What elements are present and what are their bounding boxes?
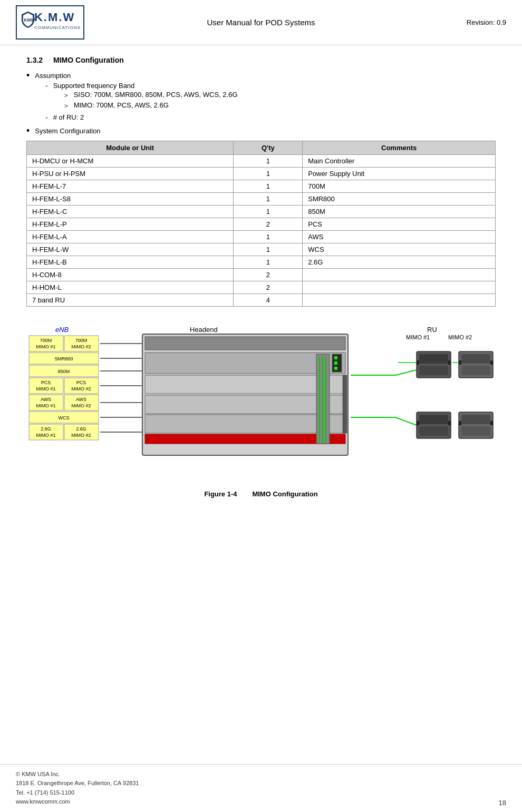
svg-text:2.6G: 2.6G [41,426,51,432]
table-cell-col2 [303,294,496,307]
svg-rect-72 [448,421,451,425]
arrow-1: ＞ [63,91,70,100]
mimo-diagram: eNB Headend RU MIMO #1 MIMO #2 700M MIMO… [26,317,496,486]
table-cell-col1: 1 [234,256,303,269]
svg-rect-76 [459,421,461,425]
assumption-text: Assumption - Supported frequency Band ＞ … [35,72,237,123]
indent-mimo: ＞ MIMO: 700M, PCS, AWS, 2.6G [63,101,238,111]
table-row: H-PSU or H-PSM1Power Supply Unit [27,168,496,180]
ru-label: RU [427,326,437,334]
svg-rect-61 [417,360,419,365]
svg-rect-64 [461,354,490,364]
svg-rect-66 [459,360,461,365]
indent-list: ＞ SISO: 700M, SMR800, 850M, PCS, AWS, WC… [63,91,238,111]
footer-left: © KMW USA Inc. 1818 E. Orangethrope Ave,… [16,770,139,807]
mimo1-top-label: MIMO #1 [406,334,430,340]
logo-area: KMW K.M.W COMMUNICATIONS [16,5,100,40]
logo-shield-icon: KMW [20,11,36,29]
table-cell-col0: H-FEM-L-P [27,218,234,231]
footer-website: www.kmwcomm.com [16,797,139,807]
col-comments: Comments [303,141,496,155]
table-cell-col2 [303,281,496,294]
svg-text:AWS: AWS [76,397,86,402]
table-cell-col1: 2 [234,269,303,281]
svg-rect-65 [461,366,490,375]
table-cell-col1: 1 [234,231,303,243]
table-cell-col1: 1 [234,243,303,256]
mimo-text: MIMO: 700M, PCS, AWS, 2.6G [74,101,169,109]
footer-company: © KMW USA Inc. [16,770,139,779]
table-cell-col0: H-FEM-L-B [27,256,234,269]
svg-rect-77 [490,421,493,425]
sub-item-freq-text: Supported frequency Band ＞ SISO: 700M, S… [53,82,238,112]
svg-rect-71 [417,421,419,425]
table-cell-col1: 4 [234,294,303,307]
footer-tel: Tel. +1 (714) 515-1100 [16,788,139,798]
table-cell-col1: 1 [234,155,303,168]
table-cell-col0: H-HOM-L [27,281,234,294]
figure-number: Figure 1-4 [204,490,237,498]
svg-rect-75 [461,426,490,436]
table-cell-col1: 1 [234,168,303,180]
col-qty: Q'ty [234,141,303,155]
table-cell-col2 [303,269,496,281]
svg-rect-59 [419,354,448,364]
headend-label: Headend [190,326,218,334]
table-cell-col0: H-FEM-L-C [27,206,234,218]
table-row: H-COM-82 [27,269,496,281]
svg-text:AWS: AWS [41,397,51,402]
svg-text:WCS: WCS [59,415,70,420]
assumption-bullet: • Assumption - Supported frequency Band … [26,72,496,123]
svg-text:MIMO #1: MIMO #1 [36,433,55,438]
table-cell-col1: 2 [234,281,303,294]
svg-line-57 [395,417,417,425]
figure-title: MIMO Configuration [252,490,317,498]
svg-rect-40 [145,353,345,374]
table-cell-col0: 7 band RU [27,294,234,307]
ru-text: # of RU: 2 [53,113,84,121]
svg-rect-69 [419,415,448,424]
svg-rect-60 [419,366,448,375]
svg-rect-46 [145,395,345,414]
svg-text:700M: 700M [40,338,52,343]
section-heading: MIMO Configuration [53,56,124,64]
svg-line-55 [395,370,417,375]
col-module: Module or Unit [27,141,234,155]
table-cell-col1: 2 [234,218,303,231]
table-cell-col1: 1 [234,180,303,193]
table-cell-col2: SMR800 [303,193,496,206]
table-cell-col0: H-COM-8 [27,269,234,281]
svg-text:MIMO #2: MIMO #2 [71,344,91,349]
indent-siso: ＞ SISO: 700M, SMR800, 850M, PCS, AWS, WC… [63,91,238,100]
table-cell-col0: H-FEM-L-W [27,243,234,256]
table-cell-col2: Power Supply Unit [303,168,496,180]
assumption-section: • Assumption - Supported frequency Band … [26,72,496,135]
table-row: H-DMCU or H-MCM1Main Controller [27,155,496,168]
logo-box: KMW K.M.W COMMUNICATIONS [16,5,84,40]
section-number: 1.3.2 [26,56,43,64]
svg-text:SMR800: SMR800 [54,356,73,361]
svg-rect-74 [461,415,490,424]
table-cell-col2: WCS [303,243,496,256]
table-cell-col0: H-FEM-L-S8 [27,193,234,206]
diagram-container: eNB Headend RU MIMO #1 MIMO #2 700M MIMO… [26,317,496,486]
table-cell-col0: H-FEM-L-7 [27,180,234,193]
svg-text:MIMO #1: MIMO #1 [36,386,55,392]
svg-rect-49 [343,375,347,433]
section-title: 1.3.2 MIMO Configuration [26,56,496,64]
svg-rect-43 [334,361,337,365]
svg-text:2.6G: 2.6G [76,426,86,432]
table-row: H-FEM-L-B12.6G [27,256,496,269]
main-content: 1.3.2 MIMO Configuration • Assumption - … [0,45,522,519]
sub-item-freq: - Supported frequency Band ＞ SISO: 700M,… [45,82,237,112]
figure-caption: Figure 1-4 MIMO Configuration [26,490,496,498]
table-row: 7 band RU4 [27,294,496,307]
arrow-2: ＞ [63,101,70,111]
sub-item-ru: - # of RU: 2 [45,113,237,121]
sysconfig-text: System Configuration [35,127,100,135]
assumption-sub-list: - Supported frequency Band ＞ SISO: 700M,… [45,82,237,121]
table-cell-col1: 1 [234,206,303,218]
sub-dash-2: - [45,113,47,121]
footer-address: 1818 E. Orangethrope Ave, Fullerton, CA … [16,779,139,788]
svg-rect-45 [145,375,345,394]
